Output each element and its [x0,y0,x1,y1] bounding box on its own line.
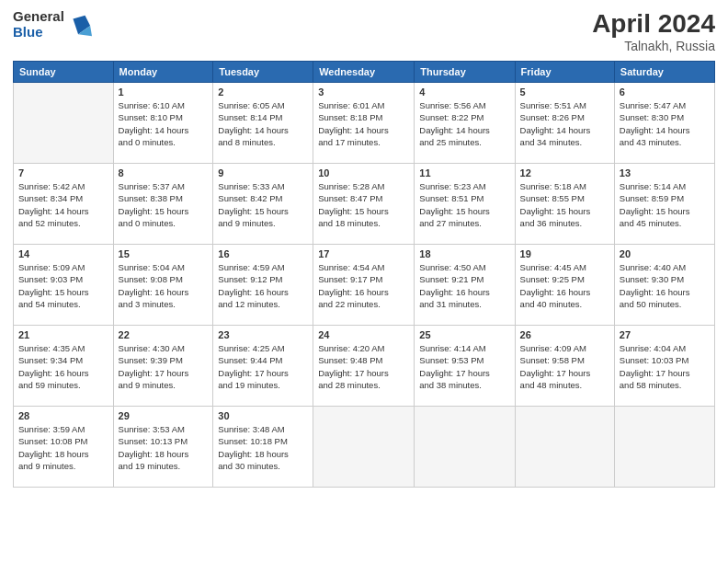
table-row: 10Sunrise: 5:28 AMSunset: 8:47 PMDayligh… [313,164,415,245]
table-row [313,407,415,488]
calendar-week-row: 1Sunrise: 6:10 AMSunset: 8:10 PMDaylight… [14,83,715,164]
table-row: 15Sunrise: 5:04 AMSunset: 9:08 PMDayligh… [113,245,213,326]
day-number: 18 [419,248,509,259]
day-number: 6 [620,86,710,98]
table-row: 7Sunrise: 5:42 AMSunset: 8:34 PMDaylight… [14,164,114,245]
day-number: 12 [520,167,609,178]
day-info: Sunrise: 3:48 AMSunset: 10:18 PMDaylight… [218,423,308,472]
day-info: Sunrise: 4:45 AMSunset: 9:25 PMDaylight:… [520,261,609,310]
logo-general: General [13,9,64,25]
day-info: Sunrise: 5:47 AMSunset: 8:30 PMDaylight:… [620,99,710,148]
calendar-week-row: 7Sunrise: 5:42 AMSunset: 8:34 PMDaylight… [14,164,715,245]
logo-text: General Blue [13,9,64,40]
table-row: 26Sunrise: 4:09 AMSunset: 9:58 PMDayligh… [515,326,614,407]
day-info: Sunrise: 5:51 AMSunset: 8:26 PMDaylight:… [520,99,609,148]
title-block: April 2024 Talnakh, Russia [592,9,715,53]
day-number: 27 [620,329,710,340]
table-row: 18Sunrise: 4:50 AMSunset: 9:21 PMDayligh… [415,245,515,326]
table-row: 21Sunrise: 4:35 AMSunset: 9:34 PMDayligh… [14,326,114,407]
day-number: 2 [218,86,308,98]
day-number: 11 [419,167,509,178]
table-row: 28Sunrise: 3:59 AMSunset: 10:08 PMDaylig… [14,407,114,488]
logo: General Blue [13,9,92,40]
day-number: 17 [318,248,409,259]
day-number: 10 [318,167,409,178]
day-info: Sunrise: 6:05 AMSunset: 8:14 PMDaylight:… [218,99,308,148]
day-number: 21 [18,329,108,340]
day-info: Sunrise: 3:53 AMSunset: 10:13 PMDaylight… [119,423,209,472]
col-friday: Friday [515,62,614,83]
table-row: 16Sunrise: 4:59 AMSunset: 9:12 PMDayligh… [213,245,313,326]
table-row: 12Sunrise: 5:18 AMSunset: 8:55 PMDayligh… [515,164,614,245]
day-number: 28 [18,410,108,421]
table-row: 9Sunrise: 5:33 AMSunset: 8:42 PMDaylight… [213,164,313,245]
table-row [14,83,114,164]
day-number: 13 [620,167,710,178]
main-title: April 2024 [592,9,715,39]
calendar-week-row: 28Sunrise: 3:59 AMSunset: 10:08 PMDaylig… [14,407,715,488]
day-info: Sunrise: 5:23 AMSunset: 8:51 PMDaylight:… [419,180,509,229]
col-thursday: Thursday [415,62,515,83]
calendar-table: Sunday Monday Tuesday Wednesday Thursday… [13,61,715,488]
header: General Blue April 2024 Talnakh, Russia [13,9,715,53]
col-sunday: Sunday [14,62,114,83]
day-info: Sunrise: 4:40 AMSunset: 9:30 PMDaylight:… [620,261,710,310]
day-info: Sunrise: 5:18 AMSunset: 8:55 PMDaylight:… [520,180,609,229]
day-info: Sunrise: 5:09 AMSunset: 9:03 PMDaylight:… [18,261,108,310]
day-info: Sunrise: 6:10 AMSunset: 8:10 PMDaylight:… [119,99,209,148]
day-info: Sunrise: 5:33 AMSunset: 8:42 PMDaylight:… [218,180,308,229]
day-info: Sunrise: 4:25 AMSunset: 9:44 PMDaylight:… [218,342,308,391]
day-number: 14 [18,248,108,259]
table-row: 23Sunrise: 4:25 AMSunset: 9:44 PMDayligh… [213,326,313,407]
day-number: 3 [318,86,409,98]
day-number: 8 [119,167,209,178]
day-number: 29 [119,410,209,421]
page: General Blue April 2024 Talnakh, Russia … [0,0,728,563]
day-number: 5 [520,86,609,98]
day-number: 4 [419,86,509,98]
table-row: 3Sunrise: 6:01 AMSunset: 8:18 PMDaylight… [313,83,415,164]
day-number: 30 [218,410,308,421]
day-number: 22 [119,329,209,340]
day-number: 23 [218,329,308,340]
logo-icon [66,12,92,38]
table-row: 8Sunrise: 5:37 AMSunset: 8:38 PMDaylight… [113,164,213,245]
table-row: 5Sunrise: 5:51 AMSunset: 8:26 PMDaylight… [515,83,614,164]
table-row [614,407,714,488]
table-row: 20Sunrise: 4:40 AMSunset: 9:30 PMDayligh… [614,245,714,326]
day-info: Sunrise: 5:42 AMSunset: 8:34 PMDaylight:… [18,180,108,229]
table-row: 11Sunrise: 5:23 AMSunset: 8:51 PMDayligh… [415,164,515,245]
table-row [415,407,515,488]
day-info: Sunrise: 4:35 AMSunset: 9:34 PMDaylight:… [18,342,108,391]
table-row: 13Sunrise: 5:14 AMSunset: 8:59 PMDayligh… [614,164,714,245]
table-row: 14Sunrise: 5:09 AMSunset: 9:03 PMDayligh… [14,245,114,326]
col-monday: Monday [113,62,213,83]
day-number: 7 [18,167,108,178]
day-number: 24 [318,329,409,340]
table-row: 17Sunrise: 4:54 AMSunset: 9:17 PMDayligh… [313,245,415,326]
table-row [515,407,614,488]
table-row: 22Sunrise: 4:30 AMSunset: 9:39 PMDayligh… [113,326,213,407]
day-number: 19 [520,248,609,259]
day-number: 16 [218,248,308,259]
day-number: 26 [520,329,609,340]
day-info: Sunrise: 4:14 AMSunset: 9:53 PMDaylight:… [419,342,509,391]
day-info: Sunrise: 5:28 AMSunset: 8:47 PMDaylight:… [318,180,409,229]
sub-title: Talnakh, Russia [592,39,715,53]
table-row: 25Sunrise: 4:14 AMSunset: 9:53 PMDayligh… [415,326,515,407]
day-info: Sunrise: 5:37 AMSunset: 8:38 PMDaylight:… [119,180,209,229]
day-info: Sunrise: 5:14 AMSunset: 8:59 PMDaylight:… [620,180,710,229]
day-info: Sunrise: 6:01 AMSunset: 8:18 PMDaylight:… [318,99,409,148]
col-wednesday: Wednesday [313,62,415,83]
col-saturday: Saturday [614,62,714,83]
table-row: 29Sunrise: 3:53 AMSunset: 10:13 PMDaylig… [113,407,213,488]
logo-blue: Blue [13,25,64,40]
day-info: Sunrise: 4:04 AMSunset: 10:03 PMDaylight… [620,342,710,391]
calendar-week-row: 14Sunrise: 5:09 AMSunset: 9:03 PMDayligh… [14,245,715,326]
day-info: Sunrise: 5:56 AMSunset: 8:22 PMDaylight:… [419,99,509,148]
day-info: Sunrise: 5:04 AMSunset: 9:08 PMDaylight:… [119,261,209,310]
table-row: 27Sunrise: 4:04 AMSunset: 10:03 PMDaylig… [614,326,714,407]
table-row: 4Sunrise: 5:56 AMSunset: 8:22 PMDaylight… [415,83,515,164]
day-info: Sunrise: 4:50 AMSunset: 9:21 PMDaylight:… [419,261,509,310]
calendar-header-row: Sunday Monday Tuesday Wednesday Thursday… [14,62,715,83]
